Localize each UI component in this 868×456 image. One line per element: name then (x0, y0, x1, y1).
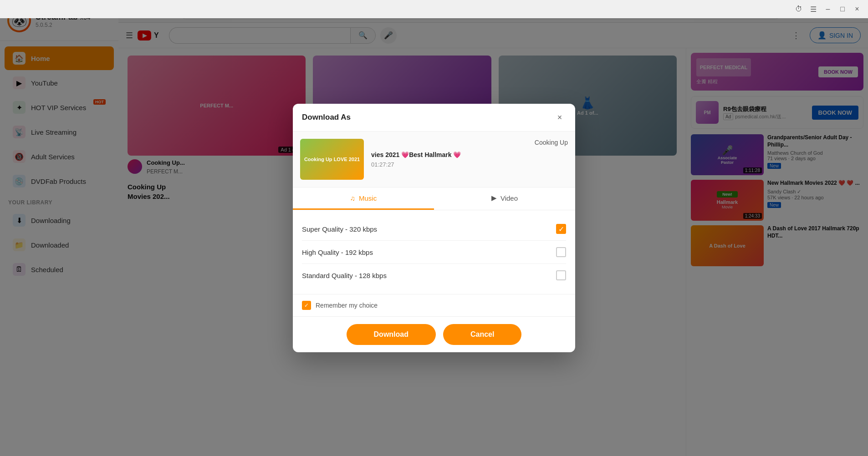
close-button[interactable]: × (850, 2, 864, 16)
remember-row: ✓ Remember my choice (293, 294, 575, 316)
music-tab-icon: ♫ (350, 194, 355, 202)
download-as-modal: Download As × Cooking Up LOVE 2021 vies … (293, 104, 575, 352)
quality-option-standard[interactable]: Standard Quality - 128 kbps (302, 264, 566, 287)
cancel-button[interactable]: Cancel (443, 324, 521, 345)
quality-check-high[interactable] (556, 247, 566, 257)
modal-body: Super Quality - 320 kbps ✓ High Quality … (293, 210, 575, 294)
tab-video[interactable]: ▶ Video (434, 187, 575, 210)
quality-label-super: Super Quality - 320 kbps (302, 225, 377, 233)
quality-check-standard[interactable] (556, 270, 566, 280)
modal-video-thumbnail: Cooking Up LOVE 2021 (300, 139, 364, 180)
quality-label-standard: Standard Quality - 128 kbps (302, 272, 387, 279)
music-tab-label: Music (359, 194, 377, 202)
remember-label: Remember my choice (316, 302, 378, 309)
remember-checkbox[interactable]: ✓ (302, 301, 311, 310)
video-tab-label: Video (500, 194, 518, 202)
quality-option-high[interactable]: High Quality - 192 kbps (302, 241, 566, 264)
modal-overlay: Download As × Cooking Up LOVE 2021 vies … (0, 0, 868, 456)
modal-video-title: vies 2021 💗Best Hallmark 💗 (371, 151, 527, 158)
modal-tabs: ♫ Music ▶ Video (293, 187, 575, 210)
timer-icon: ⏱ (791, 2, 806, 16)
modal-video-info: Cooking Up LOVE 2021 vies 2021 💗Best Hal… (293, 132, 575, 187)
quality-label-high: High Quality - 192 kbps (302, 248, 373, 256)
video-tab-icon: ▶ (491, 194, 497, 202)
modal-video-text: vies 2021 💗Best Hallmark 💗 01:27:27 (371, 151, 527, 168)
tab-music[interactable]: ♫ Music (293, 187, 434, 210)
modal-thumb-img: Cooking Up LOVE 2021 (300, 139, 364, 180)
modal-title: Download As (302, 113, 351, 122)
quality-option-super[interactable]: Super Quality - 320 kbps ✓ (302, 218, 566, 241)
maximize-button[interactable]: □ (835, 2, 850, 16)
modal-header: Download As × (293, 104, 575, 132)
modal-footer: Download Cancel (293, 316, 575, 352)
modal-video-overflow: Cooking Up (535, 139, 568, 146)
menu-icon: ☰ (806, 2, 821, 16)
quality-check-super[interactable]: ✓ (556, 224, 566, 234)
titlebar: ⏱ ☰ – □ × (0, 0, 868, 18)
modal-video-duration: 01:27:27 (371, 161, 527, 168)
download-button[interactable]: Download (347, 324, 436, 345)
minimize-button[interactable]: – (821, 2, 835, 16)
modal-close-button[interactable]: × (553, 111, 566, 124)
